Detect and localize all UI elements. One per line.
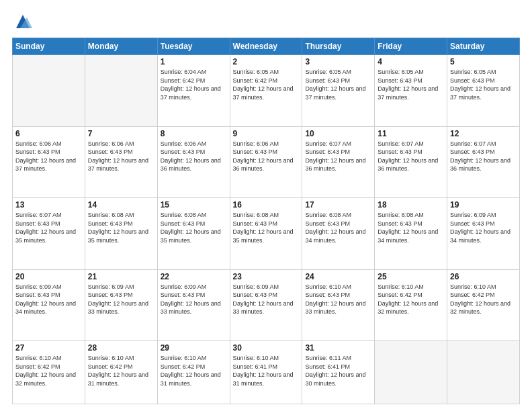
day-number: 18 xyxy=(378,200,444,210)
day-number: 29 xyxy=(161,343,227,353)
logo xyxy=(12,12,32,31)
day-cell: 10Sunrise: 6:07 AM Sunset: 6:43 PM Dayli… xyxy=(302,126,375,198)
day-cell xyxy=(85,55,157,127)
day-cell: 8Sunrise: 6:06 AM Sunset: 6:43 PM Daylig… xyxy=(157,126,230,198)
day-info: Sunrise: 6:08 AM Sunset: 6:43 PM Dayligh… xyxy=(305,211,371,244)
day-number: 19 xyxy=(450,200,517,210)
day-number: 13 xyxy=(15,200,82,210)
day-cell: 1Sunrise: 6:04 AM Sunset: 6:42 PM Daylig… xyxy=(157,55,230,127)
day-info: Sunrise: 6:10 AM Sunset: 6:42 PM Dayligh… xyxy=(378,283,444,316)
day-cell xyxy=(375,341,447,404)
logo-icon xyxy=(13,12,32,31)
day-cell: 3Sunrise: 6:05 AM Sunset: 6:43 PM Daylig… xyxy=(302,55,375,127)
day-info: Sunrise: 6:10 AM Sunset: 6:41 PM Dayligh… xyxy=(233,354,300,387)
day-info: Sunrise: 6:07 AM Sunset: 6:43 PM Dayligh… xyxy=(15,211,82,244)
weekday-header-monday: Monday xyxy=(85,38,157,55)
week-row-1: 1Sunrise: 6:04 AM Sunset: 6:42 PM Daylig… xyxy=(13,55,520,127)
day-info: Sunrise: 6:05 AM Sunset: 6:43 PM Dayligh… xyxy=(378,68,444,101)
day-cell: 18Sunrise: 6:08 AM Sunset: 6:43 PM Dayli… xyxy=(375,198,447,270)
day-cell: 23Sunrise: 6:09 AM Sunset: 6:43 PM Dayli… xyxy=(230,269,302,341)
day-info: Sunrise: 6:10 AM Sunset: 6:43 PM Dayligh… xyxy=(305,283,371,316)
day-number: 27 xyxy=(15,343,82,353)
day-info: Sunrise: 6:10 AM Sunset: 6:42 PM Dayligh… xyxy=(88,354,154,387)
day-number: 8 xyxy=(161,129,227,138)
day-info: Sunrise: 6:08 AM Sunset: 6:43 PM Dayligh… xyxy=(161,211,227,244)
day-number: 21 xyxy=(88,272,154,281)
day-number: 17 xyxy=(305,200,371,210)
day-info: Sunrise: 6:10 AM Sunset: 6:42 PM Dayligh… xyxy=(161,354,227,387)
day-number: 22 xyxy=(161,272,227,281)
day-number: 9 xyxy=(233,129,300,138)
day-cell: 11Sunrise: 6:07 AM Sunset: 6:43 PM Dayli… xyxy=(375,126,447,198)
week-row-3: 13Sunrise: 6:07 AM Sunset: 6:43 PM Dayli… xyxy=(13,198,520,270)
day-number: 11 xyxy=(378,129,444,138)
day-cell: 21Sunrise: 6:09 AM Sunset: 6:43 PM Dayli… xyxy=(85,269,157,341)
day-number: 20 xyxy=(15,272,82,281)
day-info: Sunrise: 6:05 AM Sunset: 6:43 PM Dayligh… xyxy=(305,68,371,101)
week-row-2: 6Sunrise: 6:06 AM Sunset: 6:43 PM Daylig… xyxy=(13,126,520,198)
weekday-header-wednesday: Wednesday xyxy=(230,38,302,55)
day-cell: 12Sunrise: 6:07 AM Sunset: 6:43 PM Dayli… xyxy=(447,126,520,198)
day-number: 6 xyxy=(15,129,82,138)
day-cell: 15Sunrise: 6:08 AM Sunset: 6:43 PM Dayli… xyxy=(157,198,230,270)
day-number: 7 xyxy=(88,129,154,138)
day-cell xyxy=(447,341,520,404)
weekday-header-thursday: Thursday xyxy=(302,38,375,55)
day-cell: 27Sunrise: 6:10 AM Sunset: 6:42 PM Dayli… xyxy=(13,341,85,404)
day-cell: 7Sunrise: 6:06 AM Sunset: 6:43 PM Daylig… xyxy=(85,126,157,198)
weekday-header-saturday: Saturday xyxy=(447,38,520,55)
day-info: Sunrise: 6:10 AM Sunset: 6:42 PM Dayligh… xyxy=(15,354,82,387)
day-info: Sunrise: 6:08 AM Sunset: 6:43 PM Dayligh… xyxy=(233,211,300,244)
day-cell: 28Sunrise: 6:10 AM Sunset: 6:42 PM Dayli… xyxy=(85,341,157,404)
day-info: Sunrise: 6:09 AM Sunset: 6:43 PM Dayligh… xyxy=(233,283,300,316)
day-cell: 22Sunrise: 6:09 AM Sunset: 6:43 PM Dayli… xyxy=(157,269,230,341)
day-cell: 25Sunrise: 6:10 AM Sunset: 6:42 PM Dayli… xyxy=(375,269,447,341)
day-cell: 16Sunrise: 6:08 AM Sunset: 6:43 PM Dayli… xyxy=(230,198,302,270)
day-info: Sunrise: 6:06 AM Sunset: 6:43 PM Dayligh… xyxy=(15,140,82,173)
day-number: 31 xyxy=(305,343,371,353)
day-cell: 26Sunrise: 6:10 AM Sunset: 6:42 PM Dayli… xyxy=(447,269,520,341)
day-cell: 19Sunrise: 6:09 AM Sunset: 6:43 PM Dayli… xyxy=(447,198,520,270)
day-number: 23 xyxy=(233,272,300,281)
day-cell: 30Sunrise: 6:10 AM Sunset: 6:41 PM Dayli… xyxy=(230,341,302,404)
day-number: 1 xyxy=(161,57,227,66)
day-number: 15 xyxy=(161,200,227,210)
day-info: Sunrise: 6:05 AM Sunset: 6:42 PM Dayligh… xyxy=(233,68,300,101)
day-info: Sunrise: 6:04 AM Sunset: 6:42 PM Dayligh… xyxy=(161,68,227,101)
day-number: 5 xyxy=(450,57,517,66)
day-cell: 14Sunrise: 6:08 AM Sunset: 6:43 PM Dayli… xyxy=(85,198,157,270)
day-number: 28 xyxy=(88,343,154,353)
day-number: 14 xyxy=(88,200,154,210)
day-cell: 20Sunrise: 6:09 AM Sunset: 6:43 PM Dayli… xyxy=(13,269,85,341)
day-cell: 24Sunrise: 6:10 AM Sunset: 6:43 PM Dayli… xyxy=(302,269,375,341)
day-info: Sunrise: 6:06 AM Sunset: 6:43 PM Dayligh… xyxy=(88,140,154,173)
day-number: 26 xyxy=(450,272,517,281)
day-number: 2 xyxy=(233,57,300,66)
day-cell: 2Sunrise: 6:05 AM Sunset: 6:42 PM Daylig… xyxy=(230,55,302,127)
week-row-5: 27Sunrise: 6:10 AM Sunset: 6:42 PM Dayli… xyxy=(13,341,520,404)
day-cell: 9Sunrise: 6:06 AM Sunset: 6:43 PM Daylig… xyxy=(230,126,302,198)
day-number: 30 xyxy=(233,343,300,353)
day-number: 4 xyxy=(378,57,444,66)
day-number: 16 xyxy=(233,200,300,210)
day-cell xyxy=(13,55,85,127)
day-info: Sunrise: 6:10 AM Sunset: 6:42 PM Dayligh… xyxy=(450,283,517,316)
day-info: Sunrise: 6:07 AM Sunset: 6:43 PM Dayligh… xyxy=(378,140,444,173)
day-info: Sunrise: 6:08 AM Sunset: 6:43 PM Dayligh… xyxy=(88,211,154,244)
day-number: 25 xyxy=(378,272,444,281)
day-cell: 31Sunrise: 6:11 AM Sunset: 6:41 PM Dayli… xyxy=(302,341,375,404)
day-info: Sunrise: 6:11 AM Sunset: 6:41 PM Dayligh… xyxy=(305,354,371,387)
day-cell: 17Sunrise: 6:08 AM Sunset: 6:43 PM Dayli… xyxy=(302,198,375,270)
header xyxy=(12,12,520,31)
weekday-header-sunday: Sunday xyxy=(13,38,85,55)
day-info: Sunrise: 6:05 AM Sunset: 6:43 PM Dayligh… xyxy=(450,68,517,101)
page: SundayMondayTuesdayWednesdayThursdayFrid… xyxy=(0,0,532,411)
day-info: Sunrise: 6:09 AM Sunset: 6:43 PM Dayligh… xyxy=(15,283,82,316)
weekday-header-friday: Friday xyxy=(375,38,447,55)
day-number: 12 xyxy=(450,129,517,138)
day-number: 24 xyxy=(305,272,371,281)
day-cell: 6Sunrise: 6:06 AM Sunset: 6:43 PM Daylig… xyxy=(13,126,85,198)
day-cell: 29Sunrise: 6:10 AM Sunset: 6:42 PM Dayli… xyxy=(157,341,230,404)
day-cell: 4Sunrise: 6:05 AM Sunset: 6:43 PM Daylig… xyxy=(375,55,447,127)
weekday-header-row: SundayMondayTuesdayWednesdayThursdayFrid… xyxy=(13,38,520,55)
